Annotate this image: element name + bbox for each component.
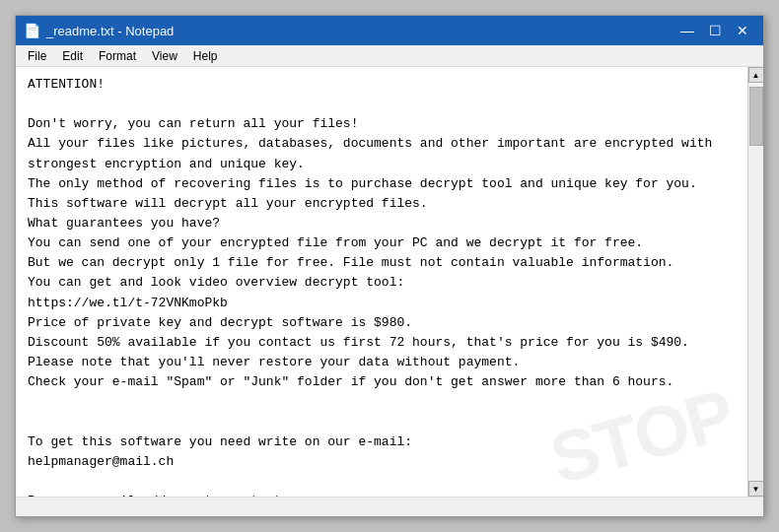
status-bar: [16, 497, 763, 516]
scroll-down-button[interactable]: ▼: [748, 481, 764, 497]
scrollbar-thumb[interactable]: [749, 87, 763, 146]
menu-view[interactable]: View: [144, 47, 185, 65]
title-bar: 📄 _readme.txt - Notepad — ☐ ✕: [16, 16, 763, 45]
title-bar-icon: 📄: [24, 23, 40, 38]
menu-bar: File Edit Format View Help: [16, 45, 763, 67]
scrollbar[interactable]: ▲ ▼: [747, 67, 763, 497]
title-bar-title: _readme.txt - Notepad: [46, 24, 674, 38]
menu-help[interactable]: Help: [185, 47, 226, 65]
close-button[interactable]: ✕: [730, 20, 755, 41]
scroll-up-button[interactable]: ▲: [748, 67, 764, 83]
notepad-window: 📄 _readme.txt - Notepad — ☐ ✕ File Edit …: [15, 15, 764, 517]
text-editor[interactable]: ATTENTION! Don't worry, you can return a…: [16, 67, 747, 497]
menu-file[interactable]: File: [20, 47, 54, 65]
minimize-button[interactable]: —: [674, 20, 700, 41]
menu-format[interactable]: Format: [91, 47, 144, 65]
menu-edit[interactable]: Edit: [54, 47, 91, 65]
scrollbar-track[interactable]: [748, 83, 763, 481]
title-bar-controls: — ☐ ✕: [674, 20, 755, 41]
content-area: ATTENTION! Don't worry, you can return a…: [16, 67, 763, 497]
maximize-button[interactable]: ☐: [702, 20, 728, 41]
